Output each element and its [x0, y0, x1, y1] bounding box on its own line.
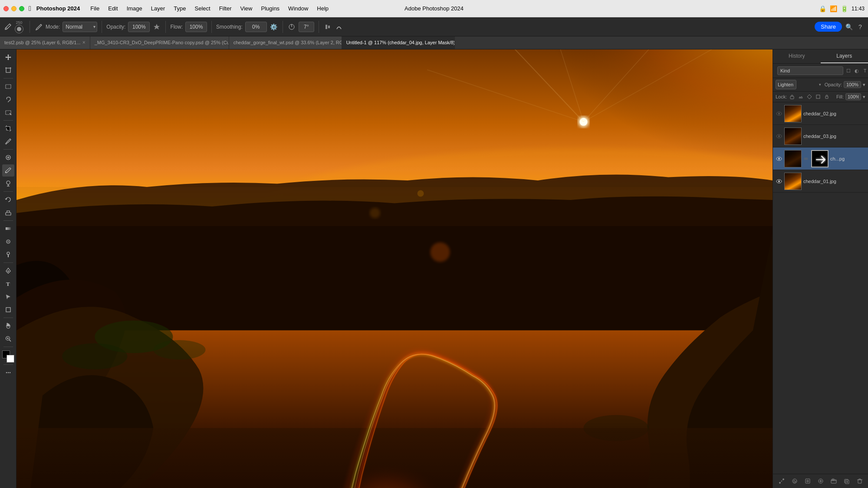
menu-help[interactable]: Help: [313, 4, 332, 13]
maximize-button[interactable]: [19, 6, 24, 11]
apple-menu[interactable]: : [29, 5, 31, 13]
menu-layer[interactable]: Layer: [148, 4, 169, 13]
tab-layers[interactable]: Layers: [821, 49, 868, 63]
svg-rect-87: [858, 480, 861, 483]
opacity-toggle-icon[interactable]: [152, 23, 161, 31]
blur-tool[interactable]: [2, 236, 14, 248]
zoom-tool[interactable]: [2, 333, 14, 345]
pixel-filter-icon[interactable]: ☐: [845, 67, 852, 74]
new-group-icon[interactable]: [829, 477, 838, 485]
align-icon[interactable]: [323, 23, 332, 31]
brush-settings-icon[interactable]: [34, 23, 43, 31]
layer-item-ch04[interactable]: ch...pg: [773, 147, 868, 170]
search-icon[interactable]: 🔍: [845, 23, 853, 31]
tab-history[interactable]: History: [773, 49, 821, 63]
brush-size-preview[interactable]: [15, 25, 23, 33]
lock-bar: Lock: Fill: ▾: [773, 92, 868, 102]
add-mask-icon[interactable]: [803, 477, 812, 485]
opacity-value-input[interactable]: [844, 81, 861, 88]
pen-tool[interactable]: [2, 265, 14, 277]
close-button[interactable]: [3, 6, 9, 11]
lock-position-icon[interactable]: [806, 93, 813, 100]
new-layer-icon[interactable]: [842, 477, 851, 485]
eyedropper-tool[interactable]: [2, 135, 14, 147]
help-icon[interactable]: ?: [856, 23, 865, 31]
fill-chevron[interactable]: ▾: [863, 94, 865, 100]
menu-window[interactable]: Window: [285, 4, 312, 13]
background-color[interactable]: [7, 355, 14, 363]
color-swatches[interactable]: [2, 350, 14, 363]
tab-mg3410[interactable]: _MG_3410-CR3_DxO_DeepPRIME-Pano copy.psd…: [90, 36, 229, 49]
new-fill-layer-icon[interactable]: [816, 477, 825, 485]
clone-stamp-tool[interactable]: [2, 177, 14, 190]
lock-image-icon[interactable]: [797, 93, 804, 100]
crop-tool[interactable]: [2, 122, 14, 134]
lasso-tool[interactable]: [2, 93, 14, 105]
svg-rect-4: [328, 26, 330, 28]
text-tool[interactable]: T: [2, 278, 14, 290]
hand-tool[interactable]: [2, 320, 14, 332]
tab-untitled-1[interactable]: Untitled-1 @ 117% (cheddar_04.jpg, Layer…: [342, 36, 455, 49]
menu-edit[interactable]: Edit: [105, 4, 121, 13]
delete-layer-icon[interactable]: [855, 477, 864, 485]
lock-all-icon[interactable]: [823, 93, 830, 100]
visibility-toggle-ch04[interactable]: [776, 155, 783, 162]
smoothing-input[interactable]: 0%: [245, 22, 267, 32]
menu-plugins[interactable]: Plugins: [257, 4, 283, 13]
svg-text:fx: fx: [793, 479, 797, 484]
lock-transparency-icon[interactable]: [789, 93, 796, 100]
opacity-row: Opacity: ▾: [825, 81, 865, 88]
layer-search-input[interactable]: [777, 66, 843, 75]
dodge-tool[interactable]: [2, 249, 14, 261]
brush-tool-icon[interactable]: [3, 23, 12, 31]
angle-icon[interactable]: [287, 23, 296, 31]
visibility-toggle-cheddar03[interactable]: [776, 133, 783, 140]
tab-test2[interactable]: test2.psb @ 25% (Layer 6, RGB/1... ×: [0, 36, 90, 49]
visibility-toggle-cheddar02[interactable]: [776, 110, 783, 117]
eraser-tool[interactable]: [2, 206, 14, 219]
menu-filter[interactable]: Filter: [216, 4, 235, 13]
move-tool[interactable]: [2, 51, 14, 63]
link-layers-icon[interactable]: [777, 477, 786, 485]
mode-select[interactable]: Normal: [62, 22, 97, 32]
settings-icon[interactable]: ⚙️: [270, 23, 278, 31]
tab-close-test2[interactable]: ×: [82, 39, 85, 46]
shape-tool[interactable]: [2, 304, 14, 316]
healing-brush-tool[interactable]: [2, 151, 14, 164]
share-button[interactable]: Share: [815, 22, 842, 32]
visibility-toggle-cheddar01[interactable]: [776, 178, 783, 185]
fill-value-input[interactable]: [845, 93, 861, 100]
adjustment-filter-icon[interactable]: ◐: [853, 67, 860, 74]
artboard-tool[interactable]: [2, 64, 14, 76]
path-selection-tool[interactable]: [2, 291, 14, 303]
tab-cheddar-gorge[interactable]: cheddar_gorge_final_wt.psd @ 33.6% (Laye…: [229, 36, 342, 49]
layer-item-cheddar02[interactable]: cheddar_02.jpg: [773, 102, 868, 125]
flow-input[interactable]: 100%: [185, 22, 207, 32]
canvas-area[interactable]: [16, 49, 773, 488]
gradient-tool[interactable]: [2, 223, 14, 235]
brush-tool[interactable]: [2, 164, 14, 177]
menu-file[interactable]: File: [87, 4, 103, 13]
layer-item-cheddar01[interactable]: cheddar_01.jpg: [773, 170, 868, 193]
menu-view[interactable]: View: [237, 4, 256, 13]
object-selection-tool[interactable]: [2, 106, 14, 118]
minimize-button[interactable]: [11, 6, 16, 11]
layer-name-cheddar03: cheddar_03.jpg: [803, 134, 865, 139]
svg-rect-25: [6, 308, 10, 312]
pressure-icon[interactable]: [335, 23, 343, 31]
angle-input[interactable]: [299, 22, 314, 32]
history-brush-tool[interactable]: [2, 193, 14, 206]
menu-type[interactable]: Type: [170, 4, 189, 13]
lock-artboard-icon[interactable]: [815, 93, 822, 100]
add-layer-style-icon[interactable]: fx: [790, 477, 799, 485]
layer-item-cheddar03[interactable]: cheddar_03.jpg: [773, 125, 868, 147]
opacity-input[interactable]: 100%: [128, 22, 150, 32]
opacity-chevron[interactable]: ▾: [863, 82, 865, 88]
svg-point-71: [778, 180, 780, 182]
menu-select[interactable]: Select: [191, 4, 214, 13]
more-tools-button[interactable]: [2, 367, 14, 379]
blend-mode-select[interactable]: Lighten Normal Multiply Screen Overlay: [776, 80, 796, 89]
rectangular-marquee-tool[interactable]: [2, 80, 14, 92]
menu-image[interactable]: Image: [123, 4, 146, 13]
text-filter-icon[interactable]: T: [861, 67, 868, 74]
